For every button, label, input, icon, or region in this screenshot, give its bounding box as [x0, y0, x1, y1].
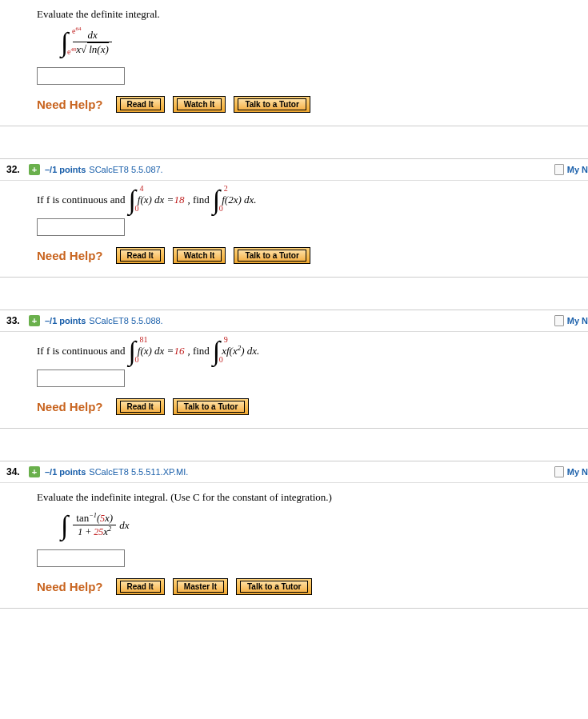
question-number: 34.	[6, 466, 29, 477]
problem-source: SCalcET8 5.5.087.	[89, 165, 162, 174]
integral-expression: ∫ tan−1(5x) 1 + 25x2 dx	[61, 512, 580, 538]
answer-input[interactable]	[37, 67, 125, 85]
read-it-button[interactable]: Read It	[116, 398, 165, 415]
talk-tutor-button[interactable]: Talk to a Tutor	[236, 578, 312, 595]
prompt-text: Evaluate the definite integral.	[37, 8, 160, 21]
need-help-label: Need Help?	[37, 249, 103, 262]
read-it-button[interactable]: Read It	[116, 247, 165, 264]
question-prompt: If f is continuous and ∫ 81 0 f(x) dx = …	[37, 340, 580, 361]
need-help-label: Need Help?	[37, 98, 103, 111]
master-it-button[interactable]: Master It	[173, 578, 228, 595]
question-31: Evaluate the definite integral. ∫ e64 e4…	[0, 0, 588, 126]
question-32: 32. + –/1 points SCalcET8 5.5.087. My N …	[0, 158, 588, 278]
talk-tutor-button[interactable]: Talk to a Tutor	[173, 398, 249, 415]
question-34: 34. + –/1 points SCalcET8 5.5.511.XP.MI.…	[0, 461, 588, 609]
my-notes-link[interactable]: My N	[554, 164, 588, 175]
question-prompt: Evaluate the indefinite integral. (Use C…	[37, 491, 580, 504]
question-prompt: If f is continuous and ∫ 4 0 f(x) dx = 1…	[37, 189, 580, 210]
expand-icon[interactable]: +	[29, 315, 40, 326]
answer-input[interactable]	[37, 549, 125, 567]
problem-source: SCalcET8 5.5.511.XP.MI.	[89, 467, 188, 477]
question-prompt: Evaluate the definite integral.	[37, 8, 580, 21]
question-header: 32. + –/1 points SCalcET8 5.5.087. My N	[0, 159, 588, 181]
need-help-label: Need Help?	[37, 400, 103, 413]
need-help-label: Need Help?	[37, 580, 103, 593]
note-icon	[554, 315, 564, 326]
answer-input[interactable]	[37, 218, 125, 236]
question-33: 33. + –/1 points SCalcET8 5.5.088. My N …	[0, 310, 588, 429]
watch-it-button[interactable]: Watch It	[173, 96, 226, 113]
points-label: –/1 points	[45, 165, 86, 174]
note-icon	[554, 466, 564, 477]
watch-it-button[interactable]: Watch It	[173, 247, 226, 264]
expand-icon[interactable]: +	[29, 466, 40, 477]
prompt-text: Evaluate the indefinite integral. (Use C…	[37, 491, 332, 504]
question-header: 33. + –/1 points SCalcET8 5.5.088. My N	[0, 310, 588, 332]
expand-icon[interactable]: +	[29, 164, 40, 175]
integral-expression: ∫ e64 e49 dx x√ln(x)	[61, 29, 580, 56]
my-notes-link[interactable]: My N	[554, 315, 588, 326]
talk-tutor-button[interactable]: Talk to a Tutor	[234, 247, 310, 264]
read-it-button[interactable]: Read It	[116, 578, 165, 595]
points-label: –/1 points	[45, 467, 86, 477]
talk-tutor-button[interactable]: Talk to a Tutor	[234, 96, 310, 113]
note-icon	[554, 164, 564, 175]
question-header: 34. + –/1 points SCalcET8 5.5.511.XP.MI.…	[0, 461, 588, 483]
my-notes-link[interactable]: My N	[554, 466, 588, 477]
answer-input[interactable]	[37, 369, 125, 387]
question-number: 32.	[6, 164, 29, 175]
points-label: –/1 points	[45, 316, 86, 326]
read-it-button[interactable]: Read It	[116, 96, 165, 113]
problem-source: SCalcET8 5.5.088.	[89, 316, 162, 326]
question-number: 33.	[6, 315, 29, 326]
